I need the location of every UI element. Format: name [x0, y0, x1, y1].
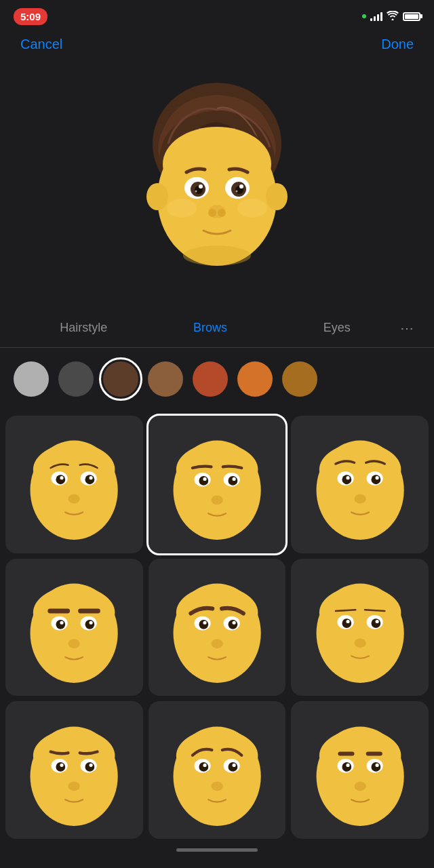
face-option-grid: [0, 410, 434, 839]
svg-point-84: [85, 762, 95, 772]
svg-point-103: [342, 762, 351, 772]
svg-line-70: [335, 610, 355, 611]
svg-point-14: [236, 191, 238, 193]
cancel-button[interactable]: Cancel: [20, 37, 62, 52]
svg-point-36: [203, 477, 206, 481]
face-option-4[interactable]: [5, 559, 143, 696]
more-tabs-icon[interactable]: ⋯: [400, 320, 414, 336]
svg-point-27: [60, 476, 64, 479]
svg-point-16: [208, 209, 216, 217]
category-tabs: Hairstyle Brows Eyes ⋯: [0, 317, 434, 348]
svg-rect-100: [366, 751, 382, 755]
svg-point-34: [199, 476, 208, 486]
face-option-9[interactable]: [291, 701, 429, 839]
svg-point-74: [342, 618, 351, 628]
home-indicator: [176, 848, 258, 852]
done-button[interactable]: Done: [381, 37, 414, 52]
svg-point-60: [176, 587, 258, 639]
svg-point-45: [346, 476, 349, 479]
svg-rect-50: [48, 608, 71, 613]
color-swatch-5[interactable]: [193, 361, 228, 397]
svg-point-83: [56, 762, 66, 772]
svg-line-71: [365, 610, 384, 611]
svg-point-66: [232, 621, 235, 625]
avatar-preview: [0, 59, 434, 317]
color-swatch-2[interactable]: [58, 361, 94, 397]
dot-indicator: [362, 14, 366, 18]
status-time: 5:09: [14, 8, 47, 25]
svg-point-25: [56, 475, 66, 485]
svg-point-12: [239, 184, 243, 189]
svg-point-11: [199, 184, 203, 189]
color-swatch-1[interactable]: [14, 361, 49, 397]
face-option-6[interactable]: [291, 559, 429, 696]
svg-point-106: [375, 763, 378, 766]
svg-point-85: [60, 763, 64, 766]
tab-hairstyle[interactable]: Hairstyle: [20, 317, 147, 339]
svg-point-49: [33, 587, 115, 639]
svg-point-54: [56, 620, 66, 629]
svg-point-22: [33, 443, 115, 496]
svg-point-28: [90, 476, 93, 479]
svg-point-35: [228, 476, 237, 486]
signal-icon: [370, 12, 382, 21]
face-option-5[interactable]: [149, 559, 286, 696]
header: Cancel Done: [0, 30, 434, 59]
color-picker: [0, 348, 434, 410]
tab-brows[interactable]: Brows: [147, 317, 274, 339]
status-icons: [362, 11, 420, 22]
svg-point-44: [371, 475, 380, 485]
wifi-icon: [387, 11, 399, 22]
svg-point-64: [228, 620, 237, 629]
tab-eyes[interactable]: Eyes: [273, 317, 400, 339]
status-bar: 5:09: [0, 0, 434, 30]
svg-point-105: [346, 763, 349, 766]
battery-icon: [403, 12, 420, 21]
svg-point-56: [60, 621, 64, 625]
svg-point-69: [319, 587, 401, 639]
face-option-3[interactable]: [291, 416, 429, 553]
svg-point-19: [167, 199, 197, 218]
svg-point-20: [237, 199, 267, 218]
svg-point-40: [319, 443, 401, 496]
svg-point-76: [346, 620, 349, 623]
svg-point-3: [146, 183, 168, 210]
color-swatch-7[interactable]: [282, 361, 317, 397]
memoji-face: [122, 83, 312, 286]
svg-point-95: [232, 763, 235, 766]
svg-point-75: [371, 618, 380, 628]
svg-point-93: [228, 762, 237, 772]
svg-rect-51: [78, 608, 100, 613]
svg-point-98: [319, 729, 401, 782]
svg-point-104: [371, 762, 380, 772]
svg-point-47: [354, 494, 366, 504]
face-option-1[interactable]: [5, 416, 143, 553]
svg-point-78: [354, 638, 366, 648]
svg-point-43: [342, 475, 351, 485]
svg-point-46: [375, 476, 378, 479]
svg-point-96: [211, 781, 222, 791]
color-swatch-6[interactable]: [237, 361, 273, 397]
svg-point-55: [85, 620, 95, 629]
svg-point-18: [183, 245, 251, 266]
svg-point-65: [203, 621, 206, 625]
svg-point-86: [90, 763, 93, 766]
color-swatch-4[interactable]: [148, 361, 183, 397]
svg-point-2: [163, 127, 271, 201]
svg-point-31: [176, 443, 258, 496]
svg-point-4: [266, 183, 288, 210]
svg-point-58: [68, 639, 80, 648]
color-swatch-3[interactable]: [103, 361, 138, 397]
face-option-7[interactable]: [5, 701, 143, 839]
svg-point-67: [211, 639, 222, 648]
svg-point-38: [211, 496, 222, 505]
bottom-bar: [0, 839, 434, 857]
svg-rect-99: [338, 751, 354, 755]
svg-point-107: [354, 781, 366, 791]
face-option-8[interactable]: [149, 701, 286, 839]
svg-point-37: [232, 477, 235, 481]
face-option-2[interactable]: [149, 416, 286, 553]
svg-point-13: [195, 191, 197, 193]
svg-point-89: [176, 729, 258, 782]
svg-point-17: [218, 209, 226, 217]
